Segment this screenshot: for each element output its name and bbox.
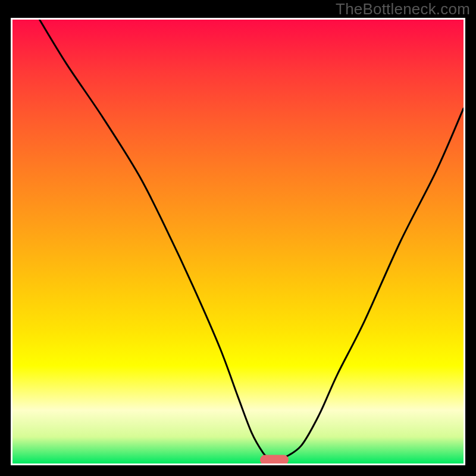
bottleneck-marker	[260, 455, 289, 464]
plot-area	[12, 20, 464, 464]
watermark-text: TheBottleneck.com	[336, 0, 470, 18]
curve-path	[39, 20, 464, 461]
plot-border	[11, 18, 465, 465]
chart-frame: TheBottleneck.com	[0, 0, 476, 476]
curve-svg	[12, 20, 464, 464]
